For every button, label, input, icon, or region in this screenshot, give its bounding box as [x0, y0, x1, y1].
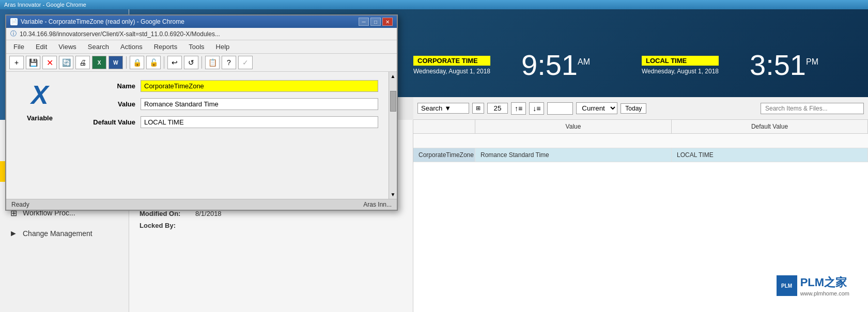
- col-header-default: Default Value: [672, 120, 868, 133]
- local-time-value: 3:51: [750, 49, 806, 81]
- table-row-empty: [413, 134, 868, 148]
- lock-button[interactable]: 🔒: [130, 56, 144, 69]
- modal-form: Name Value Default Value: [73, 72, 389, 199]
- search-label: Search: [421, 104, 442, 112]
- sort-desc-button[interactable]: ↓≡: [529, 102, 544, 115]
- local-ampm: PM: [806, 57, 818, 66]
- word-button[interactable]: W: [109, 56, 123, 69]
- confirm-button[interactable]: ✓: [238, 56, 253, 69]
- plm-url-text: www.plmhome.com: [800, 290, 849, 297]
- detail-modified-on-value: 8/1/2018: [195, 210, 222, 217]
- save-button[interactable]: 💾: [26, 56, 40, 69]
- sidebar-item-change-mgmt[interactable]: ► Change Management: [0, 223, 129, 244]
- current-filter-dropdown[interactable]: Current: [576, 102, 617, 114]
- refresh-button[interactable]: 🔄: [59, 56, 73, 69]
- modal-dialog: 📄 Variable - CorporateTimeZone (read onl…: [5, 14, 398, 211]
- status-text: Ready: [11, 201, 29, 208]
- name-field-input[interactable]: [141, 80, 378, 92]
- field-default: Default Value: [84, 116, 378, 128]
- local-time-label: LOCAL TIME: [642, 56, 719, 66]
- menu-help[interactable]: Help: [211, 41, 235, 52]
- menu-views[interactable]: Views: [53, 41, 81, 52]
- search-type-dropdown[interactable]: Search ▼: [417, 103, 469, 114]
- search-chevron-icon: ▼: [444, 104, 451, 112]
- new-button[interactable]: +: [9, 56, 24, 69]
- today-button[interactable]: Today: [621, 103, 646, 114]
- modal-title: Variable - CorporateTimeZone (read only)…: [21, 18, 184, 25]
- menu-file[interactable]: File: [8, 41, 29, 52]
- modal-scrollbar[interactable]: ▲ ▼: [389, 72, 397, 199]
- redo-button[interactable]: ↺: [184, 56, 198, 69]
- url-text: 10.34.166.98/innovatorserver/Client/X-sa…: [20, 30, 220, 38]
- local-time-date: Wednesday, August 1, 2018: [642, 68, 719, 75]
- scroll-up-arrow[interactable]: ▲: [389, 72, 397, 81]
- help-button[interactable]: ?: [222, 56, 236, 69]
- menu-search[interactable]: Search: [83, 41, 114, 52]
- undo-button[interactable]: ↩: [167, 56, 182, 69]
- default-field-input[interactable]: [141, 116, 378, 128]
- plm-watermark: PLM PLM之家 www.plmhome.com: [768, 270, 858, 302]
- sidebar-item-change-mgmt-label: Change Management: [23, 229, 92, 238]
- search-items-input[interactable]: [761, 103, 864, 114]
- local-clock: 3:51PM: [750, 51, 818, 80]
- cell-name: CorporateTimeZone: [413, 148, 475, 162]
- delete-button[interactable]: ✕: [42, 56, 57, 69]
- modal-menubar: File Edit Views Search Actions Reports T…: [6, 40, 397, 54]
- menu-edit[interactable]: Edit: [30, 41, 52, 52]
- cell-default: LOCAL TIME: [672, 148, 868, 162]
- table-header: Value Default Value: [413, 120, 868, 134]
- main-window: Aras Innovator - Google Chrome CORPORATE…: [0, 0, 868, 312]
- corporate-time-label: CORPORATE TIME: [413, 56, 490, 66]
- modal-left-panel: X Variable: [6, 72, 73, 199]
- plm-icon: PLM: [777, 275, 797, 296]
- modal-titlebar-left: 📄 Variable - CorporateTimeZone (read onl…: [10, 18, 184, 25]
- value-field-input[interactable]: [141, 98, 378, 110]
- scroll-down-arrow[interactable]: ▼: [389, 190, 397, 199]
- info-icon: ⓘ: [10, 29, 17, 38]
- plm-logo: PLM PLM之家 www.plmhome.com: [777, 275, 849, 297]
- scroll-thumb[interactable]: [390, 91, 396, 112]
- minimize-button[interactable]: ─: [359, 18, 369, 26]
- default-field-label: Default Value: [84, 118, 135, 126]
- color-picker[interactable]: [547, 102, 573, 115]
- close-button[interactable]: ✕: [382, 18, 393, 26]
- toolbar-separator-2: [164, 56, 164, 69]
- menu-tools[interactable]: Tools: [183, 41, 209, 52]
- maximize-button[interactable]: □: [370, 18, 381, 26]
- sort-asc-button[interactable]: ↑≡: [511, 102, 526, 115]
- modal-window-controls: ─ □ ✕: [359, 18, 393, 26]
- local-time-block: LOCAL TIME Wednesday, August 1, 2018: [642, 56, 719, 75]
- print-button[interactable]: 🖨: [75, 56, 90, 69]
- col-header-value: Value: [475, 120, 672, 133]
- toolbar-separator-1: [126, 56, 127, 69]
- cell-value: Romance Standard Time: [475, 148, 672, 162]
- change-mgmt-icon: ►: [8, 228, 19, 239]
- page-count-input[interactable]: [487, 103, 508, 114]
- menu-actions[interactable]: Actions: [115, 41, 148, 52]
- field-name: Name: [84, 80, 378, 92]
- corporate-time-value: 9:51: [521, 49, 578, 81]
- plm-text-block: PLM之家 www.plmhome.com: [800, 275, 849, 297]
- modal-toolbar: + 💾 ✕ 🔄 🖨 X W 🔒 🔓 ↩ ↺ 📋 ? ✓: [6, 54, 397, 72]
- unlock-button[interactable]: 🔓: [146, 56, 161, 69]
- name-field-label: Name: [84, 82, 135, 90]
- table-row[interactable]: CorporateTimeZone Romance Standard Time …: [413, 148, 868, 162]
- corporate-clock: 9:51AM: [521, 51, 590, 80]
- col-header-name: [413, 120, 475, 133]
- chrome-title: Aras Innovator - Google Chrome: [4, 2, 86, 8]
- corporate-time-date: Wednesday, August 1, 2018: [413, 68, 490, 75]
- main-toolbar: Search ▼ ⊞ ↑≡ ↓≡ Current Today: [413, 97, 868, 120]
- corporate-ampm: AM: [578, 57, 590, 66]
- field-value: Value: [84, 98, 378, 110]
- detail-modified-on: Modified On: 8/1/2018: [140, 210, 402, 217]
- modal-statusbar: Ready Aras Inn...: [6, 199, 397, 210]
- corporate-time-block: CORPORATE TIME Wednesday, August 1, 2018: [413, 56, 490, 75]
- grid-view-button[interactable]: ⊞: [472, 103, 484, 114]
- menu-reports[interactable]: Reports: [149, 41, 183, 52]
- value-field-label: Value: [84, 100, 135, 108]
- excel-button[interactable]: X: [92, 56, 106, 69]
- copy-button[interactable]: 📋: [205, 56, 220, 69]
- modal-body: X Variable Name Value Default Value: [6, 72, 397, 199]
- time-area: CORPORATE TIME Wednesday, August 1, 2018…: [413, 51, 868, 80]
- modal-item-label: Variable: [27, 114, 53, 122]
